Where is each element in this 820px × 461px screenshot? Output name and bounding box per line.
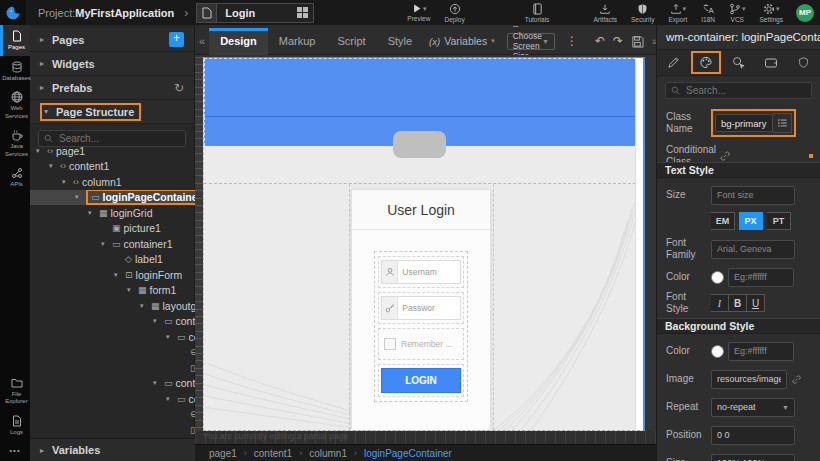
rail-item-web-services[interactable]: Web Services (0, 86, 30, 124)
unit-button[interactable]: EM (711, 212, 735, 230)
editor-tab[interactable]: Script (327, 28, 377, 55)
redo-icon[interactable]: ↷ (609, 34, 627, 48)
tree-row[interactable]: ▾ ▦ layoutgrid2 (30, 298, 195, 314)
section-caret-icon[interactable]: ▾ (44, 107, 56, 116)
vcs-button[interactable]: ▾ VCS (722, 0, 753, 25)
login-button[interactable]: LOGIN (381, 368, 461, 393)
rail-item-java-services[interactable]: Java Services (0, 124, 30, 162)
tree-caret-icon[interactable]: ▾ (153, 379, 164, 387)
tab-properties[interactable] (657, 50, 690, 75)
tree-caret-icon[interactable]: ▾ (62, 178, 73, 186)
breadcrumb-item[interactable]: content1 (254, 448, 292, 459)
tree-caret-icon[interactable]: ▾ (127, 286, 138, 294)
editor-tab[interactable]: Style (377, 28, 423, 55)
tree-caret-icon[interactable]: ▾ (114, 271, 125, 279)
bind-link-icon[interactable] (719, 150, 731, 162)
section-caret-icon[interactable]: ▸ (40, 83, 52, 92)
dashboard-icon[interactable] (297, 7, 308, 18)
tree-caret-icon[interactable]: ▾ (166, 333, 177, 341)
tab-events[interactable] (722, 50, 755, 75)
rail-item-databases[interactable]: Databases (0, 56, 30, 87)
explorer-section-header[interactable]: ▸ Prefabs ↻ (30, 76, 194, 100)
font-style-button[interactable]: U (747, 294, 765, 312)
bg-image-input[interactable] (711, 370, 787, 389)
preview-button[interactable]: ▾ Preview (400, 0, 437, 25)
editor-tab[interactable]: Markup (268, 28, 327, 55)
tree-row[interactable]: ▾ ▭ con (30, 329, 195, 345)
breadcrumb-item[interactable]: loginPageContainer (364, 448, 452, 459)
settings-button[interactable]: ▾ Settings (753, 0, 791, 25)
tree-row[interactable]: ▾ ⊡ loginForm (30, 267, 195, 283)
tree-row[interactable]: ▾ ▦ form1 (30, 283, 195, 299)
page-tab-login[interactable]: Login (196, 3, 314, 23)
editor-tab[interactable]: Design (209, 28, 268, 55)
font-family-input[interactable] (711, 240, 795, 259)
screen-size-select[interactable]: -- Choose Screen Size -- ▼ (507, 33, 555, 50)
tree-caret-icon[interactable]: ▾ (101, 240, 112, 248)
font-size-input[interactable] (711, 186, 795, 205)
login-form[interactable]: Remember ... LOGIN (374, 251, 468, 402)
bg-color-input[interactable] (728, 342, 794, 361)
breadcrumb-item[interactable]: page1 (209, 448, 237, 459)
tree-caret-icon[interactable]: ▾ (166, 395, 177, 403)
tree-caret-icon[interactable]: ▾ (153, 317, 164, 325)
explorer-section-header[interactable]: ▸ Widgets (30, 52, 194, 76)
remember-row[interactable]: Remember ... (378, 328, 464, 360)
tab-security[interactable] (787, 50, 820, 75)
undo-icon[interactable]: ↶ (591, 34, 609, 48)
section-tool[interactable]: + (169, 32, 184, 47)
password-input[interactable] (398, 297, 460, 319)
password-row[interactable] (378, 292, 464, 324)
tree-row[interactable]: ▾ ▭ loginPageContainer (30, 190, 195, 206)
explorer-section-header[interactable]: ▾ Page Structure (30, 100, 194, 124)
font-color-input[interactable] (728, 268, 794, 287)
tree-row[interactable]: ⊖ ico (30, 407, 195, 423)
bg-repeat-select[interactable]: no-repeat ▼ (711, 398, 795, 417)
class-list-icon[interactable] (773, 113, 792, 133)
bg-position-input[interactable] (711, 426, 795, 445)
section-caret-icon[interactable]: ▸ (40, 59, 52, 68)
save-icon[interactable] (627, 35, 648, 48)
tree-caret-icon[interactable]: ▾ (49, 162, 60, 170)
canvas-scrollbar[interactable] (635, 58, 643, 431)
bg-size-input[interactable] (711, 454, 795, 461)
tree-row[interactable]: ▾ ▦ loginGrid (30, 205, 195, 221)
variables-section[interactable]: ▸ Variables (30, 438, 195, 461)
inspector-search-input[interactable] (684, 84, 806, 97)
tree-row[interactable]: ▾ ▭ contain (30, 376, 195, 392)
class-name-input[interactable] (715, 114, 773, 132)
username-row[interactable] (378, 256, 464, 288)
tree-row[interactable]: ▾ ‹› page1 (30, 143, 195, 159)
tab-devices[interactable] (755, 50, 788, 75)
tree-row[interactable]: ▯ j_us (30, 360, 195, 376)
tree-row[interactable]: ⊖ ico (30, 345, 195, 361)
rail-item-pages[interactable]: Pages (0, 25, 30, 56)
kebab-menu-icon[interactable]: ⋮ (561, 34, 583, 48)
tree-caret-icon[interactable]: ▾ (36, 147, 47, 155)
background-style-section-header[interactable]: Background Style (657, 318, 820, 334)
login-page-container-header[interactable] (204, 58, 636, 117)
text-style-section-header[interactable]: Text Style (657, 162, 820, 178)
i18n-button[interactable]: A I18N (694, 0, 722, 25)
section-caret-icon[interactable]: ▸ (40, 35, 52, 44)
chevron-right-icon[interactable]: › (184, 6, 188, 20)
collapse-left-icon[interactable]: « (195, 35, 209, 47)
tree-row[interactable]: ▾ ▭ con (30, 391, 195, 407)
rail-overflow-icon[interactable]: ••• (0, 440, 30, 461)
tree-row[interactable]: ▣ picture1 (30, 221, 195, 237)
section-tool[interactable]: ↻ (174, 81, 184, 95)
tree-row[interactable]: ▾ ‹› column1 (30, 174, 195, 190)
login-card[interactable]: User Login (351, 189, 491, 431)
user-avatar[interactable]: MP (796, 4, 814, 22)
bind-link-icon[interactable] (791, 374, 802, 385)
tree-row[interactable]: ▾ ‹› content1 (30, 159, 195, 175)
export-button[interactable]: ▾ Export (661, 0, 694, 25)
deploy-button[interactable]: Deploy (437, 0, 471, 25)
color-swatch[interactable] (711, 345, 724, 358)
color-swatch[interactable] (711, 271, 724, 284)
picture-placeholder[interactable] (393, 131, 446, 158)
font-style-button[interactable]: B (729, 294, 747, 312)
tree-caret-icon[interactable]: ▾ (88, 209, 99, 217)
tab-styles[interactable] (690, 50, 723, 75)
canvas-page[interactable]: User Login (203, 57, 645, 431)
